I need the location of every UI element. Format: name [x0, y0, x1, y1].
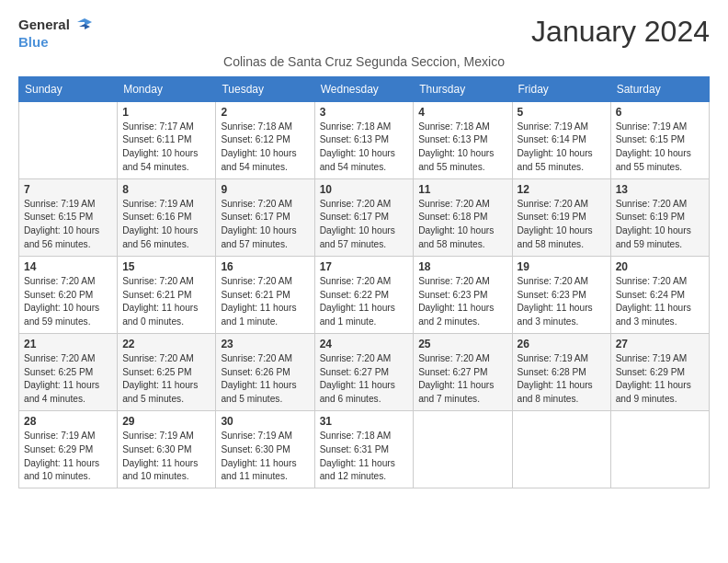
calendar-cell: 7Sunrise: 7:19 AM Sunset: 6:15 PM Daylig…: [19, 178, 118, 256]
day-number: 23: [221, 338, 309, 350]
day-number: 27: [616, 338, 704, 350]
logo-blue: Blue: [18, 35, 92, 51]
col-header-tuesday: Tuesday: [216, 76, 314, 101]
day-info: Sunrise: 7:20 AM Sunset: 6:27 PM Dayligh…: [320, 352, 409, 407]
day-number: 6: [616, 106, 704, 119]
calendar-cell: 31Sunrise: 7:18 AM Sunset: 6:31 PM Dayli…: [314, 411, 414, 488]
calendar-cell: 3Sunrise: 7:18 AM Sunset: 6:13 PM Daylig…: [314, 101, 414, 178]
col-header-saturday: Saturday: [610, 76, 709, 101]
day-info: Sunrise: 7:20 AM Sunset: 6:18 PM Dayligh…: [418, 198, 506, 252]
logo-general: General: [18, 17, 70, 33]
day-info: Sunrise: 7:20 AM Sunset: 6:25 PM Dayligh…: [122, 352, 210, 407]
calendar-cell: 8Sunrise: 7:19 AM Sunset: 6:16 PM Daylig…: [118, 178, 216, 256]
day-number: 31: [320, 415, 409, 428]
calendar-cell: 29Sunrise: 7:19 AM Sunset: 6:30 PM Dayli…: [118, 411, 216, 488]
week-row-5: 28Sunrise: 7:19 AM Sunset: 6:29 PM Dayli…: [19, 411, 710, 488]
day-number: 28: [24, 415, 112, 428]
day-info: Sunrise: 7:20 AM Sunset: 6:19 PM Dayligh…: [518, 198, 606, 252]
day-number: 14: [24, 260, 112, 273]
title-block: January 2024: [531, 15, 710, 49]
day-number: 26: [518, 338, 606, 350]
calendar-cell: 18Sunrise: 7:20 AM Sunset: 6:23 PM Dayli…: [414, 256, 512, 333]
day-info: Sunrise: 7:20 AM Sunset: 6:17 PM Dayligh…: [320, 198, 409, 252]
day-number: 2: [221, 106, 309, 119]
calendar-cell: 23Sunrise: 7:20 AM Sunset: 6:26 PM Dayli…: [216, 333, 314, 410]
day-info: Sunrise: 7:19 AM Sunset: 6:16 PM Dayligh…: [122, 198, 210, 252]
day-number: 22: [122, 338, 210, 350]
calendar-cell: 17Sunrise: 7:20 AM Sunset: 6:22 PM Dayli…: [314, 256, 414, 333]
day-info: Sunrise: 7:19 AM Sunset: 6:29 PM Dayligh…: [616, 352, 704, 407]
day-number: 7: [24, 183, 112, 196]
day-number: 25: [418, 338, 506, 350]
day-info: Sunrise: 7:17 AM Sunset: 6:11 PM Dayligh…: [122, 121, 210, 175]
calendar-cell: 12Sunrise: 7:20 AM Sunset: 6:19 PM Dayli…: [512, 178, 610, 256]
day-number: 30: [221, 415, 309, 428]
day-info: Sunrise: 7:18 AM Sunset: 6:31 PM Dayligh…: [320, 430, 409, 484]
logo-bird-icon: [72, 15, 92, 35]
day-info: Sunrise: 7:19 AM Sunset: 6:30 PM Dayligh…: [122, 430, 210, 484]
calendar-cell: 27Sunrise: 7:19 AM Sunset: 6:29 PM Dayli…: [610, 333, 709, 410]
day-info: Sunrise: 7:19 AM Sunset: 6:29 PM Dayligh…: [24, 430, 112, 484]
day-info: Sunrise: 7:19 AM Sunset: 6:15 PM Dayligh…: [24, 198, 112, 252]
logo: General Blue: [18, 15, 92, 51]
day-info: Sunrise: 7:20 AM Sunset: 6:19 PM Dayligh…: [616, 198, 704, 252]
col-header-monday: Monday: [118, 76, 216, 101]
calendar-cell: 20Sunrise: 7:20 AM Sunset: 6:24 PM Dayli…: [610, 256, 709, 333]
calendar-cell: 16Sunrise: 7:20 AM Sunset: 6:21 PM Dayli…: [216, 256, 314, 333]
day-info: Sunrise: 7:20 AM Sunset: 6:23 PM Dayligh…: [418, 275, 506, 329]
day-info: Sunrise: 7:19 AM Sunset: 6:30 PM Dayligh…: [221, 430, 309, 484]
day-info: Sunrise: 7:20 AM Sunset: 6:22 PM Dayligh…: [320, 275, 409, 329]
day-info: Sunrise: 7:20 AM Sunset: 6:24 PM Dayligh…: [616, 275, 704, 329]
day-number: 16: [221, 260, 309, 273]
calendar-cell: 5Sunrise: 7:19 AM Sunset: 6:14 PM Daylig…: [512, 101, 610, 178]
calendar-cell: 10Sunrise: 7:20 AM Sunset: 6:17 PM Dayli…: [314, 178, 414, 256]
calendar-cell: 6Sunrise: 7:19 AM Sunset: 6:15 PM Daylig…: [610, 101, 709, 178]
day-info: Sunrise: 7:20 AM Sunset: 6:21 PM Dayligh…: [221, 275, 309, 329]
day-info: Sunrise: 7:20 AM Sunset: 6:17 PM Dayligh…: [221, 198, 309, 252]
day-number: 13: [616, 183, 704, 196]
day-number: 1: [122, 106, 210, 119]
day-info: Sunrise: 7:19 AM Sunset: 6:28 PM Dayligh…: [518, 352, 606, 407]
day-number: 29: [122, 415, 210, 428]
month-title: January 2024: [531, 15, 710, 49]
page-header: General Blue January 2024: [18, 15, 710, 51]
day-info: Sunrise: 7:19 AM Sunset: 6:15 PM Dayligh…: [616, 121, 704, 175]
calendar-cell: 11Sunrise: 7:20 AM Sunset: 6:18 PM Dayli…: [414, 178, 512, 256]
calendar-cell: 30Sunrise: 7:19 AM Sunset: 6:30 PM Dayli…: [216, 411, 314, 488]
calendar-cell: 9Sunrise: 7:20 AM Sunset: 6:17 PM Daylig…: [216, 178, 314, 256]
week-row-1: 1Sunrise: 7:17 AM Sunset: 6:11 PM Daylig…: [19, 101, 710, 178]
day-number: 4: [418, 106, 506, 119]
week-row-4: 21Sunrise: 7:20 AM Sunset: 6:25 PM Dayli…: [19, 333, 710, 410]
calendar-table: SundayMondayTuesdayWednesdayThursdayFrid…: [18, 76, 710, 489]
subtitle: Colinas de Santa Cruz Segunda Seccion, M…: [18, 54, 710, 69]
week-row-3: 14Sunrise: 7:20 AM Sunset: 6:20 PM Dayli…: [19, 256, 710, 333]
logo-text: General Blue: [18, 15, 92, 51]
day-number: 3: [320, 106, 409, 119]
day-number: 10: [320, 183, 409, 196]
calendar-cell: [610, 411, 709, 488]
calendar-cell: 14Sunrise: 7:20 AM Sunset: 6:20 PM Dayli…: [19, 256, 118, 333]
day-number: 24: [320, 338, 409, 350]
day-number: 9: [221, 183, 309, 196]
day-info: Sunrise: 7:20 AM Sunset: 6:21 PM Dayligh…: [122, 275, 210, 329]
calendar-cell: 4Sunrise: 7:18 AM Sunset: 6:13 PM Daylig…: [414, 101, 512, 178]
calendar-cell: 28Sunrise: 7:19 AM Sunset: 6:29 PM Dayli…: [19, 411, 118, 488]
week-row-2: 7Sunrise: 7:19 AM Sunset: 6:15 PM Daylig…: [19, 178, 710, 256]
calendar-cell: 2Sunrise: 7:18 AM Sunset: 6:12 PM Daylig…: [216, 101, 314, 178]
day-number: 15: [122, 260, 210, 273]
day-info: Sunrise: 7:20 AM Sunset: 6:26 PM Dayligh…: [221, 352, 309, 407]
day-number: 18: [418, 260, 506, 273]
day-info: Sunrise: 7:19 AM Sunset: 6:14 PM Dayligh…: [518, 121, 606, 175]
day-number: 5: [518, 106, 606, 119]
calendar-cell: 13Sunrise: 7:20 AM Sunset: 6:19 PM Dayli…: [610, 178, 709, 256]
calendar-cell: 24Sunrise: 7:20 AM Sunset: 6:27 PM Dayli…: [314, 333, 414, 410]
calendar-cell: [19, 101, 118, 178]
col-header-wednesday: Wednesday: [314, 76, 414, 101]
day-info: Sunrise: 7:20 AM Sunset: 6:27 PM Dayligh…: [418, 352, 506, 407]
header-row: SundayMondayTuesdayWednesdayThursdayFrid…: [19, 76, 710, 101]
day-info: Sunrise: 7:18 AM Sunset: 6:12 PM Dayligh…: [221, 121, 309, 175]
day-number: 12: [518, 183, 606, 196]
calendar-cell: 21Sunrise: 7:20 AM Sunset: 6:25 PM Dayli…: [19, 333, 118, 410]
col-header-friday: Friday: [512, 76, 610, 101]
day-info: Sunrise: 7:20 AM Sunset: 6:20 PM Dayligh…: [24, 275, 112, 329]
